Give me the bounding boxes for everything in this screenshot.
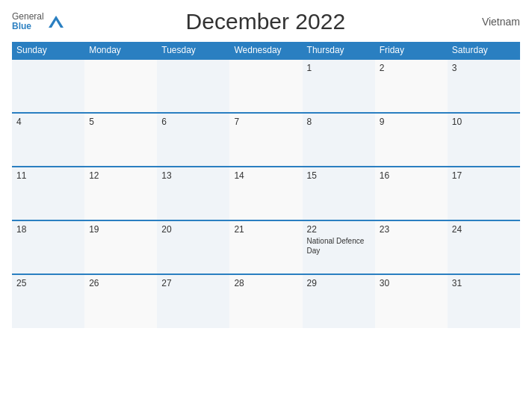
calendar-cell: 3 xyxy=(448,59,520,113)
day-number: 1 xyxy=(307,63,371,73)
day-number: 21 xyxy=(234,224,297,235)
calendar-cell: 17 xyxy=(448,167,520,220)
calendar-cell: 7 xyxy=(229,113,302,167)
day-number: 22 xyxy=(307,224,371,235)
calendar-cell xyxy=(84,59,157,113)
day-number: 4 xyxy=(16,117,80,127)
calendar-cell: 8 xyxy=(303,113,375,167)
calendar-cell: 24 xyxy=(448,220,520,274)
day-number: 2 xyxy=(380,63,443,73)
logo-blue: Blue xyxy=(12,22,31,31)
calendar-cell xyxy=(157,59,229,113)
calendar-cell: 14 xyxy=(229,167,302,220)
day-number: 5 xyxy=(89,117,152,127)
calendar-week-row: 1819202122National Defence Day2324 xyxy=(12,220,520,274)
calendar-container: General Blue December 2022 Vietnam Sunda… xyxy=(0,0,532,411)
day-number: 13 xyxy=(161,170,225,181)
logo: General Blue xyxy=(12,12,64,31)
calendar-cell: 28 xyxy=(229,274,302,328)
calendar-cell: 12 xyxy=(84,167,157,220)
day-number: 26 xyxy=(89,278,152,288)
calendar-cell: 29 xyxy=(303,274,375,328)
day-number: 27 xyxy=(161,278,225,288)
day-number: 19 xyxy=(89,224,152,235)
col-friday: Friday xyxy=(375,42,448,59)
calendar-cell: 30 xyxy=(375,274,448,328)
calendar-cell: 22National Defence Day xyxy=(303,220,375,274)
calendar-cell: 10 xyxy=(448,113,520,167)
day-number: 24 xyxy=(452,224,516,235)
col-monday: Monday xyxy=(84,42,157,59)
col-tuesday: Tuesday xyxy=(157,42,229,59)
calendar-week-row: 45678910 xyxy=(12,113,520,167)
day-number: 30 xyxy=(380,278,443,288)
logo-triangle-icon xyxy=(49,14,64,29)
calendar-cell xyxy=(229,59,302,113)
day-number: 12 xyxy=(89,170,152,181)
col-wednesday: Wednesday xyxy=(229,42,302,59)
day-number: 18 xyxy=(16,224,80,235)
day-number: 14 xyxy=(234,170,297,181)
calendar-cell: 11 xyxy=(12,167,84,220)
col-saturday: Saturday xyxy=(448,42,520,59)
calendar-cell: 5 xyxy=(84,113,157,167)
calendar-cell: 31 xyxy=(448,274,520,328)
col-sunday: Sunday xyxy=(12,42,84,59)
calendar-cell: 25 xyxy=(12,274,84,328)
day-number: 17 xyxy=(452,170,516,181)
calendar-cell: 16 xyxy=(375,167,448,220)
day-number: 6 xyxy=(161,117,225,127)
calendar-cell xyxy=(12,59,84,113)
calendar-cell: 6 xyxy=(157,113,229,167)
calendar-cell: 9 xyxy=(375,113,448,167)
calendar-week-row: 25262728293031 xyxy=(12,274,520,328)
country-label: Vietnam xyxy=(468,16,520,28)
day-number: 16 xyxy=(380,170,443,181)
calendar-cell: 4 xyxy=(12,113,84,167)
event-text: National Defence Day xyxy=(307,236,371,256)
calendar-cell: 15 xyxy=(303,167,375,220)
calendar-title: December 2022 xyxy=(64,9,468,34)
calendar-week-row: 11121314151617 xyxy=(12,167,520,220)
calendar-table: Sunday Monday Tuesday Wednesday Thursday… xyxy=(12,42,520,328)
day-number: 11 xyxy=(16,170,80,181)
day-number: 23 xyxy=(380,224,443,235)
day-number: 10 xyxy=(452,117,516,127)
calendar-cell: 20 xyxy=(157,220,229,274)
calendar-cell: 23 xyxy=(375,220,448,274)
day-number: 20 xyxy=(161,224,225,235)
calendar-cell: 1 xyxy=(303,59,375,113)
day-number: 9 xyxy=(380,117,443,127)
calendar-cell: 19 xyxy=(84,220,157,274)
day-number: 3 xyxy=(452,63,516,73)
day-number: 15 xyxy=(307,170,371,181)
col-thursday: Thursday xyxy=(303,42,375,59)
calendar-week-row: 123 xyxy=(12,59,520,113)
weekday-header-row: Sunday Monday Tuesday Wednesday Thursday… xyxy=(12,42,520,59)
calendar-cell: 27 xyxy=(157,274,229,328)
calendar-cell: 21 xyxy=(229,220,302,274)
header: General Blue December 2022 Vietnam xyxy=(12,9,520,34)
calendar-cell: 26 xyxy=(84,274,157,328)
calendar-cell: 2 xyxy=(375,59,448,113)
day-number: 7 xyxy=(234,117,297,127)
calendar-cell: 18 xyxy=(12,220,84,274)
calendar-cell: 13 xyxy=(157,167,229,220)
day-number: 28 xyxy=(234,278,297,288)
day-number: 29 xyxy=(307,278,371,288)
day-number: 31 xyxy=(452,278,516,288)
day-number: 25 xyxy=(16,278,80,288)
day-number: 8 xyxy=(307,117,371,127)
